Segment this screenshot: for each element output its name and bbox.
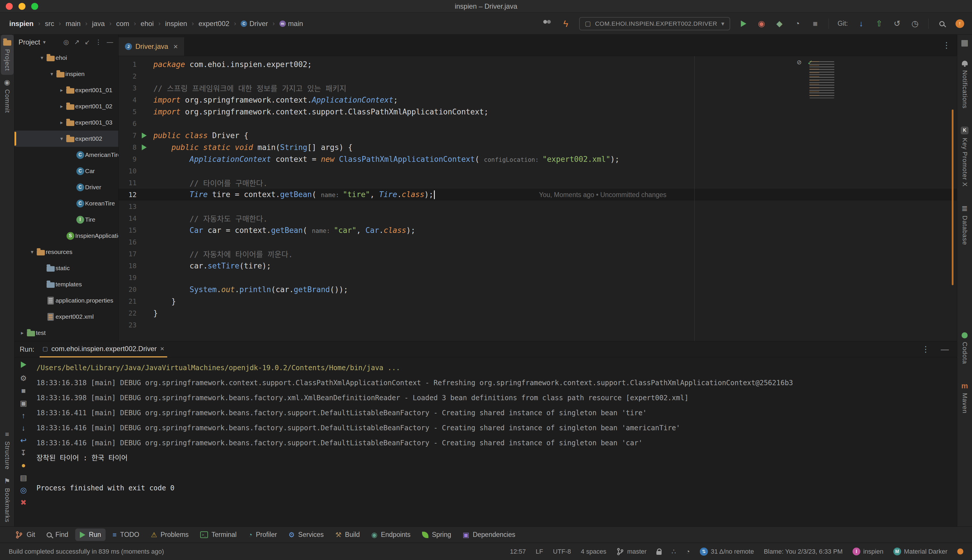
- chevron-right-icon[interactable]: ▸: [58, 87, 65, 93]
- status-caret-position[interactable]: 12:57: [510, 548, 526, 555]
- print-button[interactable]: ▤: [20, 473, 27, 482]
- profiler-button[interactable]: ◔: [793, 20, 802, 28]
- status-update-indicator[interactable]: [957, 548, 963, 555]
- tool-window-button-find[interactable]: Find: [42, 528, 73, 541]
- hide-run-panel-icon[interactable]: —: [938, 345, 952, 354]
- push-button[interactable]: ⇧: [875, 20, 884, 28]
- breadcrumb-item-java[interactable]: java: [90, 18, 107, 29]
- chevron-down-icon[interactable]: ▾: [48, 71, 55, 77]
- tool-button-commit[interactable]: ◉Commit: [1, 75, 13, 117]
- tree-item-static[interactable]: static: [15, 260, 118, 276]
- chevron-down-icon[interactable]: ▾: [58, 135, 65, 142]
- tool-window-button-problems[interactable]: ⚠Problems: [146, 528, 193, 541]
- tool-window-button-run[interactable]: Run: [75, 528, 105, 541]
- colored-output-button[interactable]: ●: [21, 461, 26, 470]
- thread-dump-button[interactable]: ▣: [20, 399, 27, 407]
- tree-item-expert001-02[interactable]: ▸expert001_02: [15, 98, 118, 115]
- breadcrumb-item-expert002[interactable]: expert002: [197, 18, 231, 29]
- status-indent-style[interactable]: 4 spaces: [581, 548, 606, 555]
- settings-button[interactable]: ⚙: [20, 374, 27, 383]
- chevron-down-icon[interactable]: ▾: [43, 39, 46, 45]
- clear-all-button[interactable]: ✖: [20, 498, 27, 507]
- code-editor[interactable]: ⊘ ✓ 1package com.ehoi.inspien.expert002;…: [119, 56, 957, 341]
- tool-window-button-spring[interactable]: Spring: [417, 528, 456, 541]
- tool-window-button-services[interactable]: ⚙Services: [284, 528, 328, 541]
- chevron-down-icon[interactable]: ▾: [28, 249, 36, 255]
- status-lock[interactable]: [656, 548, 662, 555]
- soft-wrap-button[interactable]: ↩: [20, 436, 27, 445]
- editor-tabs-more-icon[interactable]: ⋮: [936, 40, 957, 50]
- breadcrumb-item-inspien[interactable]: inspien: [8, 18, 35, 29]
- ide-update-badge[interactable]: ↑: [955, 19, 964, 28]
- search-everywhere-button[interactable]: [937, 21, 947, 26]
- tab-driver-java[interactable]: J Driver.java ×: [119, 37, 184, 56]
- tree-item-americantire[interactable]: CAmericanTire: [15, 147, 118, 163]
- chevron-right-icon[interactable]: ▸: [18, 330, 26, 336]
- close-tab-icon[interactable]: ×: [173, 42, 177, 51]
- breadcrumb-item-com[interactable]: com: [114, 18, 131, 29]
- tool-button-structure[interactable]: ≡Structure: [1, 427, 13, 473]
- pin-button[interactable]: ◎: [20, 486, 27, 494]
- tool-window-button-profiler[interactable]: ◔Profiler: [244, 528, 281, 541]
- tool-window-button-endpoints[interactable]: ◉Endpoints: [367, 528, 415, 541]
- tool-button-notifications[interactable]: Notifications: [959, 57, 971, 113]
- history-button[interactable]: ◷: [910, 20, 920, 28]
- tool-window-button-git[interactable]: Git: [10, 528, 40, 541]
- status-git-branch[interactable]: master: [616, 548, 647, 556]
- build-status-message[interactable]: Build completed successfully in 839 ms (…: [9, 548, 164, 555]
- breadcrumb-item-main[interactable]: main: [64, 18, 82, 29]
- tree-item-inspienapplication[interactable]: SInspienApplication: [15, 228, 118, 244]
- step-down-button[interactable]: ↓: [22, 423, 25, 432]
- tool-button-codota[interactable]: Codota: [959, 328, 971, 368]
- coverage-button[interactable]: ◆: [775, 20, 784, 28]
- tool-button-key-promoter-x[interactable]: KKey Promoter X: [959, 123, 971, 191]
- update-project-button[interactable]: ↓: [857, 20, 866, 28]
- tree-item-expert002-xml[interactable]: expert002.xml: [15, 308, 118, 325]
- debug-button[interactable]: ◉: [757, 20, 766, 28]
- tree-item-ehoi[interactable]: ▾ehoi: [15, 50, 118, 66]
- tree-item-driver[interactable]: CDriver: [15, 179, 118, 195]
- chevron-right-icon[interactable]: ▸: [58, 103, 65, 110]
- status-paw[interactable]: ∴: [671, 548, 676, 555]
- chevron-down-icon[interactable]: ▾: [38, 55, 46, 61]
- status-project-badge[interactable]: Iinspien: [853, 548, 883, 555]
- breadcrumb-item-inspien[interactable]: inspien: [164, 18, 189, 29]
- more-options-icon[interactable]: ⋮: [94, 38, 103, 46]
- step-up-button[interactable]: ↑: [22, 411, 25, 420]
- rollback-button[interactable]: ↺: [892, 20, 902, 28]
- status-file-encoding[interactable]: UTF-8: [553, 548, 571, 555]
- close-run-tab-icon[interactable]: ×: [160, 345, 164, 353]
- breadcrumb-item-src[interactable]: src: [43, 18, 56, 29]
- tree-item-test[interactable]: ▸test: [15, 325, 118, 341]
- scroll-to-end-button[interactable]: ↧: [20, 448, 27, 457]
- status-git-blame[interactable]: Blame: You 2/3/23, 6:33 PM: [764, 548, 843, 555]
- status-line-separator[interactable]: LF: [536, 548, 543, 555]
- tree-item-expert002[interactable]: ▾expert002: [15, 131, 118, 147]
- tool-window-button-dependencies[interactable]: ▣Dependencies: [458, 528, 520, 541]
- run-tab[interactable]: ▢ com.ehoi.inspien.expert002.Driver ×: [40, 341, 167, 357]
- expand-all-icon[interactable]: ↗: [73, 38, 80, 46]
- tree-item-tire[interactable]: ITire: [15, 212, 118, 228]
- collapse-all-icon[interactable]: ↙: [84, 38, 91, 46]
- run-panel-more-icon[interactable]: ⋮: [919, 345, 933, 354]
- status-gauge[interactable]: ◔: [686, 548, 690, 555]
- tool-window-button-build[interactable]: ⚒Build: [331, 528, 365, 541]
- tool-button-bookmarks[interactable]: ⚑Bookmarks: [1, 473, 13, 527]
- project-tree[interactable]: ▾ehoi▾inspien▸expert001_01▸expert001_02▸…: [15, 50, 118, 341]
- chevron-right-icon[interactable]: ▸: [58, 119, 65, 126]
- stop-button[interactable]: ■: [21, 386, 26, 395]
- stop-button[interactable]: ■: [811, 20, 820, 28]
- breadcrumb-item-driver[interactable]: CDriver: [239, 18, 269, 29]
- tree-item-car[interactable]: CCar: [15, 163, 118, 179]
- code-with-me-icon[interactable]: [543, 20, 552, 27]
- tree-item-templates[interactable]: templates: [15, 276, 118, 292]
- tool-window-button-todo[interactable]: ≡TODO: [108, 528, 144, 541]
- tree-item-expert001-01[interactable]: ▸expert001_01: [15, 82, 118, 98]
- run-line-icon[interactable]: [137, 133, 152, 138]
- breadcrumb-item-main[interactable]: mmain: [278, 18, 305, 29]
- tree-item-expert001-03[interactable]: ▸expert001_03: [15, 115, 118, 131]
- layout-grid-icon[interactable]: ▦: [960, 39, 969, 47]
- breadcrumb-item-ehoi[interactable]: ehoi: [139, 18, 156, 29]
- rerun-button[interactable]: [21, 362, 26, 370]
- run-configuration-select[interactable]: ▢ COM.EHOI.INSPIEN.EXPERT002.DRIVER ▾: [579, 17, 731, 30]
